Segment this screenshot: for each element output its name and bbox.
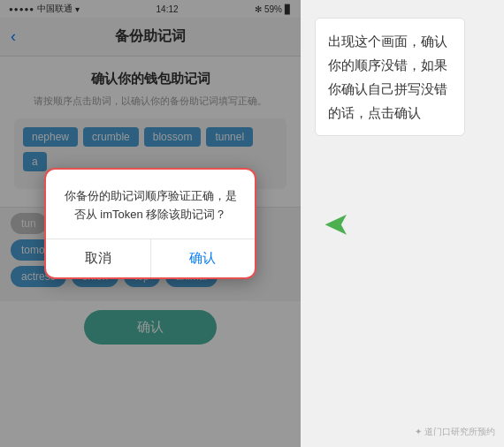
dialog-message: 你备份的助记词顺序验证正确，是否从 imToken 移除该助记词？: [62, 187, 239, 224]
dialog: 你备份的助记词顺序验证正确，是否从 imToken 移除该助记词？ 取消 确认: [44, 168, 256, 279]
annotation-text: 出现这个画面，确认你的顺序没错，如果你确认自己拼写没错的话，点击确认: [315, 18, 465, 136]
dialog-cancel-button[interactable]: 取消: [46, 239, 151, 277]
dialog-overlay: 你备份的助记词顺序验证正确，是否从 imToken 移除该助记词？ 取消 确认: [0, 0, 301, 447]
dialog-confirm-button[interactable]: 确认: [151, 239, 256, 277]
annotation-panel: 出现这个画面，确认你的顺序没错，如果你确认自己拼写没错的话，点击确认 ➤ ✦ 道…: [301, 0, 504, 447]
dialog-body: 你备份的助记词顺序验证正确，是否从 imToken 移除该助记词？: [46, 170, 255, 239]
dialog-buttons: 取消 确认: [46, 239, 255, 277]
arrow-icon: ➤: [324, 207, 350, 244]
arrow-wrap: ➤: [324, 207, 350, 244]
phone-frame: ●●●●● 中国联通 ▾ 14:12 ✻ 59% ▊ ‹ 备份助记词 确认你的钱…: [0, 0, 301, 447]
watermark: ✦ 道门口研究所预约: [415, 426, 495, 438]
